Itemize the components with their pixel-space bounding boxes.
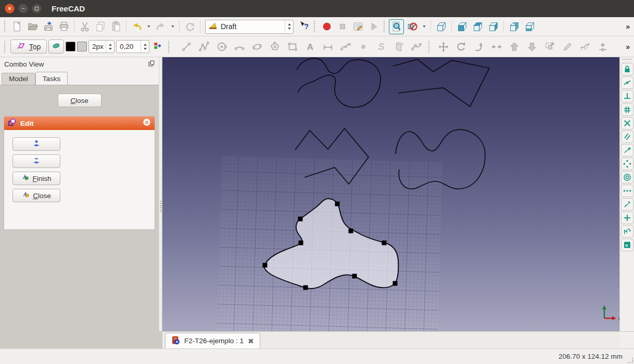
workbench-selector[interactable]: Draft (205, 20, 294, 34)
snap-ortho-button[interactable] (621, 212, 633, 224)
toolbar-overflow-button[interactable]: » (624, 22, 632, 31)
wire-to-bspline-button[interactable] (577, 39, 592, 54)
line-button[interactable] (179, 39, 194, 54)
bspline-control-point[interactable] (382, 241, 387, 245)
add-point-button[interactable] (595, 39, 610, 54)
view-rear-button[interactable] (506, 19, 522, 34)
tab-model[interactable]: Model (2, 73, 35, 85)
remove-point-button[interactable] (12, 154, 60, 168)
panel-float-icon[interactable] (148, 60, 155, 68)
snap-working-plane-button[interactable] (621, 239, 633, 251)
snap-midpoint-button[interactable] (621, 76, 633, 89)
close-wire-button[interactable]: Close (12, 189, 60, 202)
bezier-button[interactable] (409, 39, 424, 54)
view-axonometric-button[interactable] (434, 19, 449, 34)
bspline-control-point[interactable] (349, 229, 353, 233)
wire-button[interactable] (196, 39, 211, 54)
snap-grid-button[interactable] (621, 103, 633, 116)
macro-play-button[interactable] (366, 19, 381, 34)
open-document-button[interactable] (25, 19, 40, 34)
view-front-button[interactable] (454, 19, 470, 34)
draw-style-button[interactable] (404, 19, 420, 34)
text-button[interactable]: A (302, 39, 318, 54)
view-right-button[interactable] (486, 19, 501, 34)
trim-extend-button[interactable] (489, 39, 504, 54)
snap-near-button[interactable] (621, 198, 633, 211)
scale-button[interactable] (542, 39, 557, 54)
copy-button[interactable] (93, 19, 108, 34)
snap-angle-button[interactable] (621, 158, 633, 170)
panel-splitter[interactable] (159, 57, 162, 331)
snap-special-button[interactable] (621, 225, 633, 238)
rectangle-button[interactable] (285, 39, 300, 54)
3d-viewport[interactable]: x (162, 57, 619, 331)
line-color-swatch[interactable] (66, 42, 75, 51)
polygon-button[interactable] (267, 39, 282, 54)
facebinder-button[interactable] (391, 39, 406, 54)
line-width-spinbox[interactable]: 2px (88, 40, 115, 53)
arc-button[interactable] (232, 39, 247, 54)
view-bottom-button[interactable] (522, 19, 537, 34)
window-minimize-button[interactable]: − (18, 4, 28, 14)
upgrade-button[interactable] (506, 39, 522, 54)
face-color-swatch[interactable] (77, 42, 87, 51)
bspline-control-point[interactable] (263, 263, 268, 268)
window-maximize-button[interactable] (32, 4, 42, 14)
rotate-button[interactable] (453, 39, 468, 54)
snap-extension-button[interactable] (621, 185, 633, 197)
bspline-control-point[interactable] (298, 217, 303, 222)
bspline-control-point[interactable] (303, 285, 308, 290)
toolbar-handle[interactable] (4, 41, 7, 53)
toolbar-handle[interactable] (384, 21, 386, 32)
bspline-control-point[interactable] (393, 281, 398, 286)
undo-menu-button[interactable] (145, 19, 153, 34)
circle-button[interactable] (214, 39, 229, 54)
document-tab[interactable]: F2-T26-ejemplo : 1 ✖ (165, 333, 260, 348)
edit-button[interactable] (560, 39, 575, 54)
fit-all-button[interactable] (389, 19, 404, 34)
refresh-button[interactable] (182, 19, 197, 34)
bspline-control-point[interactable] (352, 274, 357, 279)
resize-grip[interactable] (628, 358, 633, 363)
redo-menu-button[interactable] (169, 19, 176, 34)
ellipse-button[interactable] (249, 39, 264, 54)
tab-tasks[interactable]: Tasks (35, 72, 68, 85)
bspline-control-point[interactable] (299, 241, 303, 245)
cut-button[interactable] (77, 19, 92, 34)
point-button[interactable] (356, 39, 371, 54)
snap-endpoint-button[interactable] (621, 144, 633, 157)
edit-section-header[interactable]: Edit (4, 116, 155, 130)
print-button[interactable] (56, 19, 71, 34)
global-scale-spinbox[interactable]: 0,20 (116, 40, 149, 53)
snap-center-button[interactable] (621, 171, 633, 184)
finish-editing-button[interactable]: Finish (12, 172, 60, 185)
downgrade-button[interactable] (524, 39, 539, 54)
collapse-section-icon[interactable] (143, 118, 151, 128)
redo-button[interactable] (153, 19, 168, 34)
workbench-spinner[interactable] (285, 20, 293, 33)
new-document-button[interactable] (9, 19, 24, 34)
toolbar-handle[interactable] (168, 41, 171, 53)
draw-style-menu-button[interactable] (420, 19, 428, 34)
toolbar-handle[interactable] (623, 59, 632, 60)
undo-button[interactable] (129, 19, 144, 34)
document-tab-close-icon[interactable]: ✖ (248, 337, 254, 345)
shapestring-button[interactable]: S (373, 39, 388, 54)
view-top-button[interactable] (470, 19, 485, 34)
toolbar-handle[interactable] (428, 41, 431, 53)
snap-parallel-button[interactable] (621, 131, 633, 143)
toolbar-overflow-button[interactable]: » (624, 43, 632, 51)
snap-intersection-button[interactable] (621, 117, 633, 129)
macro-record-button[interactable] (319, 19, 334, 34)
snap-perpendicular-button[interactable] (621, 90, 633, 102)
construction-mode-button[interactable] (48, 40, 64, 54)
toolbar-handle[interactable] (4, 21, 7, 32)
offset-button[interactable] (471, 39, 486, 54)
paste-button[interactable] (108, 19, 123, 34)
autogroup-button[interactable] (151, 40, 164, 54)
task-close-button[interactable]: Close (58, 94, 102, 107)
snap-lock-button[interactable] (621, 63, 633, 75)
dimension-button[interactable] (320, 39, 335, 54)
bspline-button[interactable] (338, 39, 353, 54)
macro-edit-button[interactable] (350, 19, 365, 34)
